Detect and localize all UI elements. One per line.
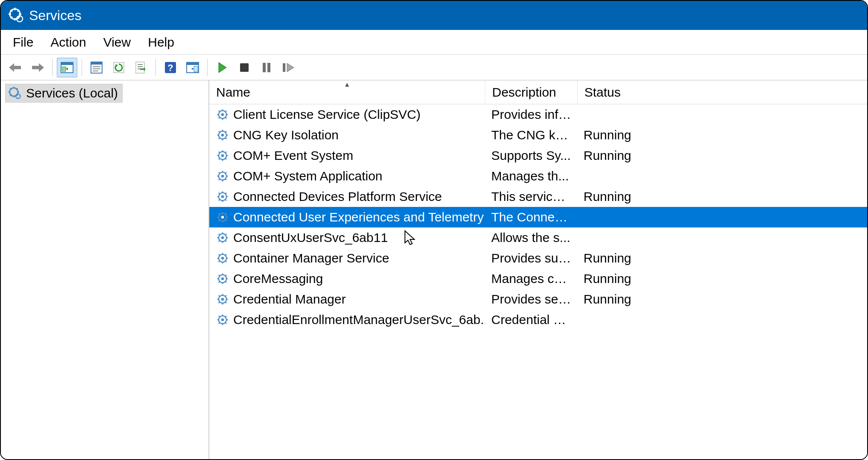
service-gear-icon	[215, 272, 230, 285]
column-status-label: Status	[584, 85, 621, 100]
svg-rect-37	[240, 63, 249, 72]
service-row[interactable]: Connected Devices Platform Service This …	[209, 186, 867, 207]
export-list-button[interactable]	[131, 58, 151, 77]
restart-service-button[interactable]	[279, 58, 299, 77]
column-header-status[interactable]: Status	[578, 80, 867, 104]
svg-line-78	[225, 158, 226, 159]
service-row[interactable]: CredentialEnrollmentManagerUserSvc_6ab..…	[209, 310, 867, 330]
svg-line-119	[219, 240, 220, 242]
service-name: CoreMessaging	[233, 271, 323, 286]
show-hide-tree-button[interactable]	[57, 58, 77, 77]
service-status: Running	[578, 251, 867, 265]
svg-marker-12	[39, 63, 44, 72]
service-row[interactable]: Client License Service (ClipSVC) Provide…	[209, 104, 867, 125]
titlebar: Services	[1, 1, 867, 30]
svg-rect-16	[62, 67, 66, 71]
column-header-description[interactable]: Description	[485, 80, 578, 104]
svg-line-160	[225, 316, 226, 317]
svg-line-80	[225, 152, 226, 153]
help-button[interactable]: ?	[160, 58, 181, 77]
service-row[interactable]: ConsentUxUserSvc_6ab11 Allows the s...	[209, 227, 867, 248]
service-gear-icon	[215, 108, 230, 121]
svg-text:?: ?	[167, 62, 173, 73]
pause-service-button[interactable]	[256, 58, 277, 77]
window-title: Services	[29, 8, 82, 24]
column-header-name[interactable]: ▴ Name	[209, 80, 485, 104]
menu-help[interactable]: Help	[148, 35, 174, 50]
svg-point-101	[221, 195, 224, 198]
svg-line-59	[219, 117, 220, 118]
service-name: Connected User Experiences and Telemetry	[233, 210, 484, 224]
svg-line-149	[219, 302, 220, 303]
svg-line-128	[225, 261, 226, 262]
svg-line-88	[225, 179, 226, 180]
service-description: This service i...	[485, 189, 578, 204]
service-row[interactable]: CNG Key Isolation The CNG ke... Running	[209, 125, 867, 145]
back-button[interactable]	[5, 58, 26, 77]
toolbar-separator	[155, 59, 156, 76]
stop-service-button[interactable]	[234, 58, 255, 77]
service-row[interactable]: Container Manager Service Provides sup..…	[209, 248, 867, 268]
service-status: Running	[578, 189, 867, 204]
svg-line-157	[219, 316, 220, 317]
service-name: COM+ Event System	[233, 148, 353, 163]
svg-marker-10	[9, 63, 14, 72]
svg-point-71	[221, 134, 224, 137]
svg-line-97	[219, 193, 220, 194]
svg-point-111	[221, 216, 224, 219]
service-gear-icon	[215, 190, 230, 203]
show-hide-action-pane-button[interactable]	[182, 58, 203, 77]
svg-rect-40	[283, 63, 285, 72]
service-row[interactable]: Connected User Experiences and Telemetry…	[209, 207, 867, 227]
service-name: Container Manager Service	[233, 251, 389, 265]
svg-point-121	[221, 236, 224, 239]
menu-view[interactable]: View	[103, 35, 131, 50]
service-name: CredentialEnrollmentManagerUserSvc_6ab..…	[233, 313, 485, 327]
service-description: The CNG ke...	[485, 128, 578, 142]
forward-button[interactable]	[27, 58, 48, 77]
service-gear-icon	[215, 231, 230, 244]
service-description: The Connect...	[485, 210, 578, 224]
service-description: Provides sec...	[485, 292, 578, 307]
service-row[interactable]: Credential Manager Provides sec... Runni…	[209, 289, 867, 310]
service-row[interactable]: CoreMessaging Manages co... Running	[209, 268, 867, 289]
tree-root-node[interactable]: Services (Local)	[5, 84, 123, 103]
svg-line-117	[219, 234, 220, 235]
svg-marker-36	[219, 62, 226, 73]
refresh-button[interactable]	[108, 58, 129, 77]
toolbar-separator	[82, 59, 82, 76]
svg-rect-38	[263, 63, 266, 72]
toolbar: ?	[1, 55, 867, 80]
svg-line-109	[219, 220, 220, 221]
svg-line-100	[225, 193, 226, 194]
svg-line-140	[225, 275, 226, 276]
service-row[interactable]: COM+ Event System Supports Sy... Running	[209, 145, 867, 166]
service-name: Client License Service (ClipSVC)	[233, 107, 421, 122]
svg-line-137	[219, 275, 220, 276]
service-rows: Client License Service (ClipSVC) Provide…	[209, 104, 867, 330]
svg-line-98	[225, 199, 226, 201]
properties-button[interactable]	[86, 58, 107, 77]
start-service-button[interactable]	[212, 58, 232, 77]
service-status: Running	[578, 292, 867, 307]
svg-point-161	[221, 318, 224, 321]
service-row[interactable]: COM+ System Application Manages th...	[209, 166, 867, 186]
menu-action[interactable]: Action	[50, 35, 86, 50]
service-name: ConsentUxUserSvc_6ab11	[233, 230, 388, 245]
service-name: Connected Devices Platform Service	[233, 189, 442, 204]
svg-line-147	[219, 295, 220, 297]
service-description: Manages co...	[485, 271, 578, 286]
svg-rect-11	[14, 66, 21, 69]
service-description: Provides sup...	[485, 251, 578, 265]
list-pane: ▴ Name Description Status Client License…	[209, 80, 867, 459]
svg-marker-41	[287, 63, 294, 72]
column-description-label: Description	[492, 85, 556, 100]
svg-line-70	[225, 131, 226, 133]
service-name: Credential Manager	[233, 292, 346, 307]
service-gear-icon	[215, 149, 230, 162]
menu-file[interactable]: File	[13, 35, 33, 50]
service-gear-icon	[215, 293, 230, 306]
svg-line-79	[219, 158, 220, 159]
svg-point-131	[221, 257, 224, 260]
svg-point-141	[221, 277, 224, 280]
